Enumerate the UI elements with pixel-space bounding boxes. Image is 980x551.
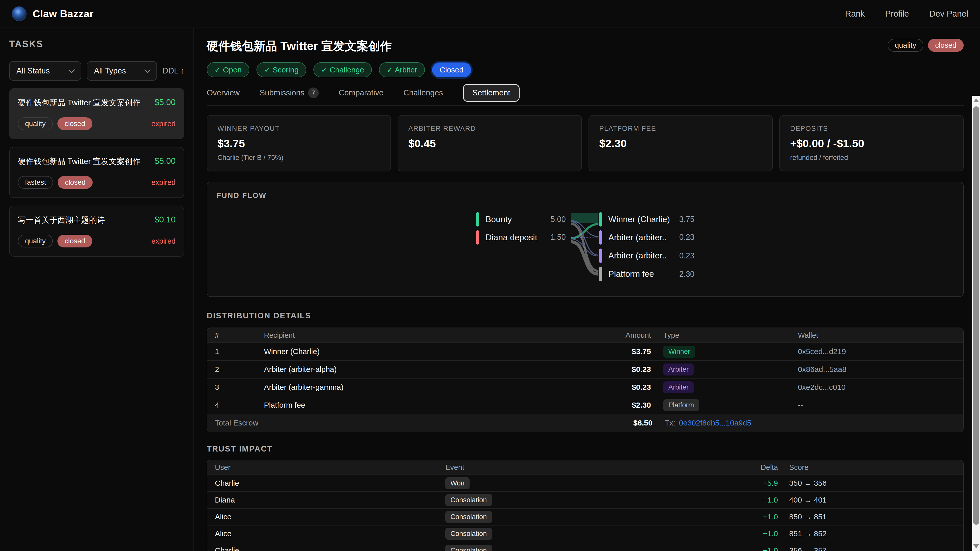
stage-closed: Closed <box>432 62 471 77</box>
tab-overview[interactable]: Overview <box>207 88 240 97</box>
nav-rank[interactable]: Rank <box>845 9 865 19</box>
stage-connector <box>249 70 256 70</box>
nav-dev-panel[interactable]: Dev Panel <box>929 9 968 19</box>
fund-flow-panel: FUND FLOW Bounty Diana d <box>207 182 964 297</box>
status-filter-select[interactable]: All Status <box>9 61 81 81</box>
tab-submissions[interactable]: Submissions 7 <box>259 87 319 98</box>
stat-platform-fee: PLATFORM FEE $2.30 <box>589 115 773 171</box>
chevron-down-icon <box>68 67 75 73</box>
total-escrow-row: Total Escrow $6.50 Tx: 0e302f8db5...10a9… <box>207 414 963 432</box>
stage-connector <box>425 70 432 70</box>
trust-table-header: User Event Delta Score <box>207 460 963 475</box>
node-bounty <box>476 212 479 227</box>
task-title: 写一首关于西湖主题的诗 <box>18 215 105 225</box>
stat-winner-payout: WINNER PAYOUT $3.75 Charlie (Tier B / 75… <box>207 115 391 171</box>
fund-flow-sankey-chart: Bounty Diana deposit 5.00 1.50 Winner (C… <box>207 182 963 297</box>
score-change: 356 → 357 <box>778 546 963 551</box>
submissions-count-badge: 7 <box>308 87 319 98</box>
type-badge-winner: Winner <box>663 346 695 358</box>
scrollbar-thumb[interactable] <box>973 106 979 525</box>
task-price: $0.10 <box>154 215 176 224</box>
label-diana-deposit: Diana deposit <box>485 233 537 242</box>
task-filters: All Status All Types DDL ↑ <box>9 61 184 81</box>
event-badge: Won <box>445 477 469 489</box>
table-row: 1 Winner (Charlie) $3.75 Winner 0x5ced..… <box>207 342 963 360</box>
status-pipeline: ✓ Open ✓ Scoring ✓ Challenge ✓ Arbiter C… <box>207 62 964 77</box>
tab-challenges[interactable]: Challenges <box>404 88 443 97</box>
flow-diana-arbiter1 <box>571 237 598 237</box>
event-badge: Consolation <box>445 545 492 551</box>
app-title: Claw Bazzar <box>33 8 94 20</box>
task-status-badge: closed <box>57 118 92 130</box>
task-expired-note: expired <box>151 178 176 187</box>
tab-comparative[interactable]: Comparative <box>339 88 383 97</box>
scrollbar-down-arrow-icon[interactable] <box>974 545 979 548</box>
task-price: $5.00 <box>154 156 176 166</box>
page-title: 硬件钱包新品 Twitter 宣发文案创作 <box>207 38 392 54</box>
delta-value: +1.0 <box>718 529 778 538</box>
settlement-stats: WINNER PAYOUT $3.75 Charlie (Tier B / 75… <box>207 115 964 171</box>
value-bounty: 5.00 <box>550 215 566 224</box>
stage-connector <box>372 70 379 70</box>
wallet-address: 0x5ced...d219 <box>795 347 963 356</box>
task-card[interactable]: 硬件钱包新品 Twitter 宣发文案创作 $5.00 fastest clos… <box>9 147 184 198</box>
tab-settlement[interactable]: Settlement <box>463 84 520 102</box>
chevron-down-icon <box>144 67 151 73</box>
main-scrollbar[interactable] <box>972 96 980 551</box>
task-status-badge: closed <box>57 235 92 248</box>
type-filter-select[interactable]: All Types <box>87 61 157 81</box>
table-row: Alice Consolation +1.0 850 → 851 <box>207 508 963 525</box>
score-change: 350 → 356 <box>778 479 963 487</box>
task-expired-note: expired <box>151 237 176 245</box>
task-expired-note: expired <box>151 120 176 128</box>
task-tag-badge: quality <box>888 39 923 52</box>
node-arbiter-2 <box>599 249 602 263</box>
node-platform-fee <box>599 267 602 281</box>
tx-label: Tx: <box>665 419 676 427</box>
task-tag: quality <box>18 235 53 248</box>
top-nav: Rank Profile Dev Panel <box>845 9 968 19</box>
stage-open: ✓ Open <box>207 62 249 77</box>
node-winner <box>599 212 602 227</box>
trust-impact-table: User Event Delta Score Charlie Won +5.9 … <box>207 460 964 551</box>
type-badge-arbiter: Arbiter <box>663 364 694 375</box>
type-badge-arbiter: Arbiter <box>663 381 694 393</box>
event-badge: Consolation <box>445 528 492 540</box>
event-badge: Consolation <box>445 511 492 523</box>
distribution-table-header: # Recipient Amount Type Wallet <box>207 328 963 342</box>
score-change: 850 → 851 <box>778 513 963 521</box>
node-arbiter-1 <box>599 230 602 245</box>
nav-profile[interactable]: Profile <box>885 9 909 19</box>
app-logo-icon <box>12 6 27 21</box>
wallet-address: 0x86ad...5aa8 <box>795 365 963 374</box>
trust-impact-heading: TRUST IMPACT <box>207 445 964 454</box>
scrollbar-up-arrow-icon[interactable] <box>974 98 979 102</box>
total-escrow-label: Total Escrow <box>207 419 556 427</box>
distribution-heading: DISTRIBUTION DETAILS <box>207 311 964 321</box>
title-badges: quality closed <box>888 39 964 52</box>
sidebar-title: TASKS <box>9 39 184 49</box>
table-row: 3 Arbiter (arbiter-gamma) $0.23 Arbiter … <box>207 378 963 396</box>
task-card[interactable]: 写一首关于西湖主题的诗 $0.10 quality closed expired <box>9 206 184 257</box>
task-tag: quality <box>18 118 53 130</box>
wallet-address: -- <box>795 401 963 410</box>
sort-ddl-toggle[interactable]: DDL ↑ <box>162 66 184 76</box>
table-row: Charlie Won +5.9 350 → 356 <box>207 475 963 491</box>
task-status-badge: closed <box>928 39 964 52</box>
event-badge: Consolation <box>445 494 492 506</box>
node-diana-deposit <box>476 230 479 245</box>
value-diana-deposit: 1.50 <box>550 233 566 241</box>
wallet-address: 0xe2dc...c010 <box>795 383 963 392</box>
distribution-table: # Recipient Amount Type Wallet 1 Winner … <box>207 327 964 432</box>
delta-value: +1.0 <box>718 546 778 551</box>
tasks-sidebar: TASKS All Status All Types DDL ↑ 硬件钱包新品 … <box>0 28 194 551</box>
label-arbiter-2: Arbiter (arbiter.. <box>608 251 667 260</box>
task-price: $5.00 <box>154 97 176 107</box>
table-row: Diana Consolation +1.0 400 → 401 <box>207 491 963 508</box>
task-card[interactable]: 硬件钱包新品 Twitter 宣发文案创作 $5.00 quality clos… <box>9 88 184 139</box>
stage-challenge: ✓ Challenge <box>313 62 372 77</box>
tx-hash-link[interactable]: 0e302f8db5...10a9d5 <box>679 419 751 427</box>
stat-deposits: DEPOSITS +$0.00 / -$1.50 refunded / forf… <box>780 115 964 171</box>
type-filter-value: All Types <box>94 66 126 76</box>
type-badge-platform: Platform <box>663 399 699 411</box>
